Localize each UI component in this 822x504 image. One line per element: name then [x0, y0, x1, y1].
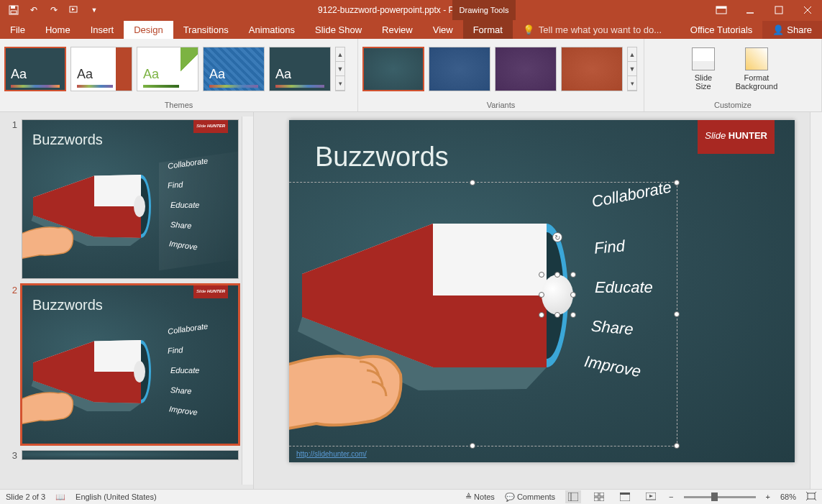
thumb-logo-prefix: Slide	[196, 289, 206, 293]
tab-slideshow[interactable]: Slide Show	[305, 21, 372, 39]
buzzword-share[interactable]: Share	[590, 316, 634, 339]
logo-prefix: Slide	[705, 130, 726, 141]
slide-thumb-3[interactable]	[22, 450, 239, 460]
zoom-out-button[interactable]: −	[669, 492, 673, 501]
comments-button[interactable]: 💬 Comments	[505, 492, 555, 502]
share-button[interactable]: 👤 Share	[762, 21, 822, 39]
share-label: Share	[787, 24, 812, 35]
tab-animations[interactable]: Animations	[239, 21, 305, 39]
status-language[interactable]: English (United States)	[76, 492, 157, 501]
variant-thumb-1[interactable]	[362, 47, 424, 91]
thumb-word: Find	[168, 345, 183, 354]
variant-thumb-3[interactable]	[495, 47, 557, 91]
slide-thumb-1[interactable]: Buzzwords Slide HUNTER Collaborate Find …	[22, 119, 239, 279]
slide-size-icon	[692, 47, 715, 70]
tab-transitions[interactable]: Transitions	[173, 21, 239, 39]
slideshow-view-button[interactable]	[643, 490, 659, 503]
logo-suffix: HUNTER	[729, 130, 767, 141]
format-background-button[interactable]: Format Background	[731, 42, 782, 96]
maximize-button[interactable]	[764, 0, 793, 20]
svg-rect-7	[775, 6, 782, 14]
undo-button[interactable]: ↶	[24, 1, 43, 19]
ribbon-tabs: File Home Insert Design Transitions Anim…	[0, 20, 822, 39]
thumb-logo-suffix: HUNTER	[207, 124, 225, 128]
theme-aa: Aa	[11, 67, 27, 82]
variants-group-label: Variants	[358, 99, 644, 111]
svg-rect-2	[11, 11, 17, 14]
comments-label: Comments	[517, 492, 555, 501]
megaphone-graphic[interactable]	[289, 189, 598, 448]
normal-view-button[interactable]	[565, 490, 581, 503]
ribbon: Aa Aa Aa Aa Aa ▲▼▾ Themes ▲▼▾ Variants S…	[0, 39, 822, 112]
tab-home[interactable]: Home	[35, 21, 81, 39]
thumb-word: Share	[170, 385, 192, 395]
quick-access-toolbar: ↶ ↷ ▼	[0, 1, 104, 19]
slide-thumb-row-3: 3	[0, 447, 242, 464]
theme-aa: Aa	[209, 67, 225, 82]
rotation-handle[interactable]: ↻	[552, 232, 562, 242]
thumb-logo-suffix: HUNTER	[207, 289, 225, 293]
ribbon-options-button[interactable]	[707, 0, 736, 20]
theme-thumb-1[interactable]: Aa	[4, 47, 66, 91]
statusbar: Slide 2 of 3 📖 English (United States) ≜…	[0, 489, 822, 504]
slide-title-text[interactable]: Buzzwords	[315, 142, 449, 173]
reading-view-button[interactable]	[617, 490, 633, 503]
variant-thumb-4[interactable]	[561, 47, 623, 91]
thumb-word: Find	[168, 180, 183, 189]
thumb-logo-prefix: Slide	[196, 124, 206, 128]
slide-thumb-2[interactable]: Buzzwords Slide HUNTER Collaborate Find …	[22, 285, 239, 444]
slide-hyperlink[interactable]: http://slidehunter.com/	[296, 450, 367, 458]
slide-sorter-view-button[interactable]	[591, 490, 607, 503]
slide-thumb-row-2: 2 Buzzwords Slide HUNTER Collaborate Fin…	[0, 282, 242, 447]
zoom-level[interactable]: 68%	[780, 492, 796, 501]
tab-format[interactable]: Format	[463, 21, 513, 39]
theme-thumb-4[interactable]: Aa	[203, 47, 265, 91]
buzzword-find[interactable]: Find	[593, 237, 626, 258]
theme-aa: Aa	[143, 67, 159, 82]
minimize-button[interactable]	[736, 0, 764, 20]
svg-rect-28	[620, 492, 630, 495]
editor-scrollbar[interactable]	[810, 112, 822, 489]
buzzword-educate[interactable]: Educate	[595, 278, 653, 297]
redo-button[interactable]: ↷	[45, 1, 63, 19]
tellme-search[interactable]: 💡 Tell me what you want to do...	[513, 21, 680, 39]
slide-logo[interactable]: Slide HUNTER	[698, 120, 775, 154]
tab-office-tutorials[interactable]: Office Tutorials	[680, 21, 762, 39]
slide-thumbnails-panel: 1 Buzzwords Slide HUNTER Collaborate Fin…	[0, 112, 254, 489]
window-title: 9122-buzzword-powerpoint.pptx - PowerPoi…	[104, 5, 707, 15]
tab-insert[interactable]: Insert	[81, 21, 124, 39]
theme-thumb-5[interactable]: Aa	[269, 47, 331, 91]
thumbs-scrollbar[interactable]	[242, 116, 253, 485]
spellcheck-icon[interactable]: 📖	[55, 492, 65, 502]
svg-rect-26	[600, 498, 604, 501]
tab-design[interactable]: Design	[124, 21, 173, 39]
variants-gallery-more[interactable]: ▲▼▾	[627, 47, 637, 91]
slide-size-button[interactable]: Slide Size	[683, 42, 723, 96]
slide-number: 3	[7, 450, 17, 461]
close-button[interactable]	[793, 0, 822, 20]
tab-review[interactable]: Review	[372, 21, 423, 39]
slide-canvas[interactable]: Buzzwords Slide HUNTER Collaborate Find …	[289, 120, 795, 462]
zoom-slider[interactable]	[684, 496, 756, 498]
selected-shape-ellipse[interactable]: ↻	[542, 275, 573, 315]
tab-file[interactable]: File	[0, 21, 35, 39]
theme-thumb-3[interactable]: Aa	[137, 47, 198, 91]
zoom-in-button[interactable]: +	[766, 492, 770, 501]
theme-thumb-2[interactable]: Aa	[70, 47, 132, 91]
fit-to-window-button[interactable]	[806, 492, 816, 502]
svg-rect-21	[568, 492, 578, 501]
theme-aa: Aa	[77, 67, 93, 82]
themes-gallery-more[interactable]: ▲▼▾	[335, 47, 345, 91]
tellme-placeholder: Tell me what you want to do...	[539, 24, 662, 35]
person-icon: 👤	[772, 24, 784, 35]
start-from-beginning-button[interactable]	[65, 1, 83, 19]
save-button[interactable]	[4, 1, 23, 19]
tab-view[interactable]: View	[423, 21, 463, 39]
ribbon-group-themes: Aa Aa Aa Aa Aa ▲▼▾ Themes	[0, 39, 358, 111]
thumb-title: Buzzwords	[32, 297, 103, 313]
variant-thumb-2[interactable]	[429, 47, 490, 91]
status-slide-indicator[interactable]: Slide 2 of 3	[6, 492, 45, 501]
qat-customize-button[interactable]: ▼	[85, 1, 104, 19]
notes-button[interactable]: ≜ Notes	[465, 492, 495, 502]
slide-size-label: Slide Size	[695, 73, 712, 91]
